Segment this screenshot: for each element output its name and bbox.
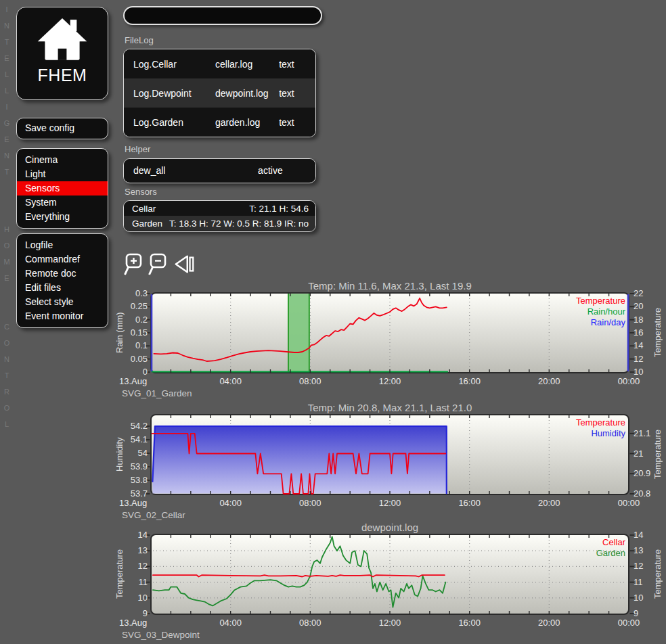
helper-section-label: Helper [125, 144, 150, 154]
sidebar-item-remote-doc[interactable]: Remote doc [17, 267, 108, 281]
x-axis-tick: 04:00 [209, 498, 252, 508]
x-axis-tick: 08:00 [288, 376, 332, 386]
helper-table: dew_all active [123, 158, 316, 183]
x-axis-tick: 08:00 [288, 498, 332, 508]
chart-svg-01-garden[interactable]: Temp: Min 11.6, Max 21.3, Last 19.900.05… [119, 280, 665, 400]
filelog-row: Log.Garden garden.log text [124, 108, 315, 137]
save-config-button[interactable]: Save config [16, 118, 108, 139]
legend-entry: Rain/day [576, 317, 625, 328]
y-axis-tick-left: 12 [125, 561, 148, 571]
step-back-button[interactable] [173, 252, 196, 277]
zoom-out-button[interactable] [148, 252, 171, 277]
x-axis-tick: 12:00 [368, 618, 412, 628]
sidebar-item-edit-files[interactable]: Edit files [17, 281, 108, 295]
chart-plot[interactable] [145, 534, 635, 615]
chart-svg-02-cellar[interactable]: Temp: Min 20.8, Max 21.1, Last 21.053.75… [119, 402, 665, 522]
x-axis-tick: 00:00 [607, 498, 650, 508]
log-file-name: dewpoint.log [215, 88, 279, 99]
y-axis-tick-left: 13 [125, 545, 148, 555]
y-axis-tick-left: 9 [125, 608, 148, 618]
vertical-word-home: HOME [3, 225, 11, 290]
zoom-in-button[interactable] [123, 252, 146, 277]
device-state: T: 18.3 H: 72 W: 0.5 R: 81.9 IR: no [169, 218, 309, 229]
sidebar-item-light[interactable]: Light [17, 167, 108, 181]
chart-plot[interactable] [145, 414, 635, 495]
device-link[interactable]: Log.Dewpoint [133, 88, 215, 99]
sensor-row: Cellar T: 21.1 H: 54.6 [124, 201, 315, 216]
device-link[interactable]: Garden [132, 218, 162, 229]
x-axis-tick: 13.Aug [119, 376, 162, 386]
x-axis-tick: 16:00 [448, 376, 491, 386]
chart-svg-03-dewpoint[interactable]: dewpoint.log9101112131491011121314Temper… [119, 522, 665, 642]
left-axis-label: Rain (mm) [114, 292, 125, 373]
device-link[interactable]: dew_all [133, 165, 165, 176]
y-axis-tick-left: 11 [125, 577, 148, 587]
sidebar-item-everything[interactable]: Everything [17, 210, 108, 224]
device-link[interactable]: Log.Garden [133, 117, 215, 128]
y-axis-tick-left: 10 [125, 593, 148, 603]
sensors-section-label: Sensors [125, 187, 157, 197]
y-axis-tick-left: 54.1 [125, 434, 148, 444]
filelog-table: Log.Cellar cellar.log text Log.Dewpoint … [123, 49, 316, 137]
sidebar-item-commandref[interactable]: Commandref [17, 252, 108, 267]
left-axis-label: Humidity [114, 414, 125, 495]
chart-title: Temp: Min 11.6, Max 21.3, Last 19.9 [150, 280, 629, 292]
y-axis-tick-left: 54 [125, 448, 148, 458]
y-axis-tick-left: 0.1 [125, 340, 148, 350]
y-axis-tick-left: 0.15 [125, 327, 148, 338]
device-link[interactable]: Log.Cellar [133, 59, 215, 70]
y-axis-tick-left: 14 [125, 530, 148, 540]
x-axis-tick: 12:00 [368, 498, 412, 508]
chart-caption: SVG_02_Cellar [122, 510, 185, 520]
x-axis-tick: 04:00 [209, 618, 252, 628]
y-axis-tick-left: 54.2 [125, 421, 148, 431]
filelog-section-label: FileLog [125, 35, 154, 45]
x-axis-tick: 16:00 [448, 498, 491, 508]
chart-legend: TemperatureHumidity [576, 417, 625, 439]
chart-plot[interactable] [145, 292, 635, 373]
x-axis-tick: 04:00 [209, 376, 252, 386]
filelog-row: Log.Dewpoint dewpoint.log text [124, 78, 315, 108]
device-link[interactable]: Cellar [132, 204, 156, 214]
x-axis-tick: 00:00 [607, 618, 650, 628]
device-state: T: 21.1 H: 54.6 [249, 204, 309, 214]
log-text-link[interactable]: text [279, 117, 315, 128]
sidebar-item-logfile[interactable]: Logfile [17, 238, 108, 252]
chart-legend: CellarGarden [596, 537, 625, 559]
device-state: active [258, 159, 283, 182]
sidebar-item-event-monitor[interactable]: Event monitor [17, 309, 108, 323]
x-axis-tick: 16:00 [448, 618, 491, 628]
fhem-page: { "sidebar": { "vertical_words": ["INTEL… [0, 0, 666, 644]
right-axis-label: Temperature [652, 292, 663, 373]
y-axis-tick-left: 53.8 [125, 475, 148, 485]
x-axis-tick: 20:00 [527, 376, 571, 386]
y-axis-tick-left: 0.3 [125, 288, 148, 298]
legend-entry: Rain/hour [576, 306, 625, 317]
magnifier-plus-icon [123, 252, 146, 277]
magnifier-minus-icon [148, 252, 171, 277]
filelog-row: Log.Cellar cellar.log text [124, 49, 315, 78]
vertical-word-intelligent: INTELLIGENT [3, 5, 11, 184]
sidebar-item-cinema[interactable]: Cinema [17, 153, 108, 167]
log-file-name: cellar.log [215, 59, 279, 70]
log-text-link[interactable]: text [279, 88, 315, 99]
x-axis-tick: 13.Aug [119, 498, 162, 508]
sidebar-item-sensors[interactable]: Sensors [17, 181, 108, 196]
y-axis-tick-left: 0.2 [125, 315, 148, 325]
legend-entry: Temperature [576, 296, 625, 306]
command-input[interactable] [123, 6, 322, 25]
y-axis-tick-left: 0.25 [125, 301, 148, 311]
log-text-link[interactable]: text [279, 59, 315, 70]
left-axis-label: Temperature [114, 534, 125, 615]
tools-menu: Logfile Commandref Remote doc Edit files… [16, 233, 108, 328]
logo-label: FHEM [17, 66, 108, 85]
y-axis-tick-left: 53.7 [125, 488, 148, 499]
chart-title: dewpoint.log [150, 522, 629, 533]
sidebar-item-system[interactable]: System [17, 196, 108, 210]
x-axis-tick: 20:00 [527, 498, 571, 508]
chart-caption: SVG_01_Garden [122, 388, 192, 398]
x-axis-tick: 13.Aug [119, 618, 162, 628]
right-axis-label: Temperature [652, 414, 663, 495]
room-menu: Cinema Light Sensors System Everything [16, 148, 108, 229]
sidebar-item-select-style[interactable]: Select style [17, 295, 108, 309]
